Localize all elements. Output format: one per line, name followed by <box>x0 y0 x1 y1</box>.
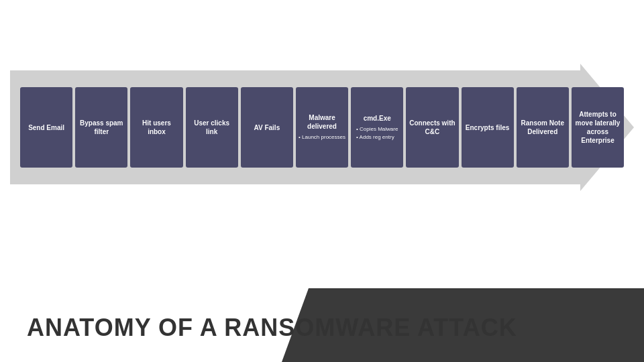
step-encrypts-files-title: Encrypts files <box>466 123 510 132</box>
step-user-clicks-link: User clicks link <box>186 87 238 168</box>
step-av-fails: AV Fails <box>241 87 293 168</box>
step-encrypts-files: Encrypts files <box>462 87 514 168</box>
step-bypass-spam: Bypass spam filter <box>75 87 127 168</box>
step-ransom-note: Ransom Note Delivered <box>517 87 569 168</box>
step-ransom-note-title: Ransom Note Delivered <box>519 119 566 136</box>
slide: Send Email Bypass spam filter Hit users … <box>0 0 644 362</box>
step-attempts: Attempts to move laterally across Enterp… <box>572 87 624 168</box>
step-send-email-title: Send Email <box>28 123 64 132</box>
step-cmd-exe-bullets: • Copies Malware• Adds reg entry <box>356 125 398 140</box>
step-cmd-exe: cmd.Exe • Copies Malware• Adds reg entry <box>351 87 403 168</box>
step-user-clicks-link-title: User clicks link <box>189 119 235 136</box>
step-av-fails-title: AV Fails <box>254 123 280 132</box>
page-title: ANATOMY OF A RANSOMWARE ATTACK <box>27 314 517 342</box>
step-malware-delivered-title: Malware delivered <box>299 113 345 131</box>
step-send-email: Send Email <box>20 87 72 168</box>
step-hit-users-inbox-title: Hit users inbox <box>133 119 180 136</box>
steps-container: Send Email Bypass spam filter Hit users … <box>20 80 624 174</box>
step-attempts-title: Attempts to move laterally across Enterp… <box>574 110 621 145</box>
step-connects-c2c-title: Connects with C&C <box>409 119 455 136</box>
step-bypass-spam-title: Bypass spam filter <box>78 119 125 136</box>
step-cmd-exe-title: cmd.Exe <box>364 114 391 123</box>
step-malware-delivered-bullets: • Launch processes <box>299 133 345 141</box>
step-connects-c2c: Connects with C&C <box>406 87 458 168</box>
step-malware-delivered: Malware delivered • Launch processes <box>296 87 348 168</box>
step-hit-users-inbox: Hit users inbox <box>130 87 182 168</box>
